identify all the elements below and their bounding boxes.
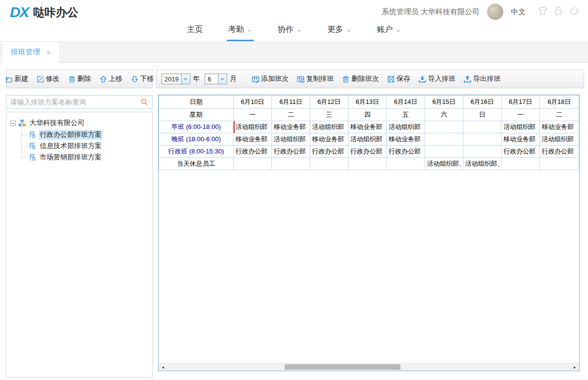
search-icon[interactable] (140, 98, 148, 106)
avatar[interactable] (487, 3, 504, 20)
button-label: 下移 (140, 75, 154, 83)
chevron-down-icon (296, 28, 302, 33)
schedule-cell[interactable]: 行政办公部 (348, 146, 387, 158)
app-window: DX 哒咔办公 系统管理员 大华科技有限公司 中文 主页考勤协作更多账户 排班管… (0, 0, 588, 380)
button-label: 删除 (78, 75, 91, 83)
schedule-cell[interactable] (310, 158, 348, 170)
schedule-cell[interactable]: 活动组织部 (348, 133, 387, 146)
collapse-expander-icon[interactable] (10, 121, 16, 126)
schedule-cell[interactable] (425, 133, 463, 146)
new-button[interactable]: 新建 (5, 75, 28, 83)
year-select[interactable]: 2019 (161, 74, 190, 84)
weekday-cell: 一 (234, 109, 272, 121)
schedule-cell[interactable] (502, 158, 540, 170)
nav-item-more[interactable]: 更多 (326, 21, 353, 41)
lock-icon[interactable] (553, 5, 564, 17)
schedule-cell[interactable]: 移动业务部 (272, 121, 310, 133)
export-icon (463, 75, 472, 83)
close-icon[interactable]: × (46, 48, 51, 56)
schedule-cell[interactable] (425, 121, 463, 133)
button-label: 添加班次 (261, 75, 289, 83)
schedule-cell[interactable] (463, 133, 502, 146)
search-input[interactable] (6, 96, 140, 108)
schedule-cell[interactable]: 行政办公部 (272, 146, 310, 158)
schedule-cell[interactable]: 活动组织部 (387, 121, 425, 133)
date-header-cell: 6月14日 (387, 96, 425, 109)
schedule-cell[interactable]: 行政办公部 (502, 146, 540, 158)
schedule-cell[interactable] (234, 158, 272, 170)
theme-icon[interactable] (537, 5, 549, 17)
copy-schedule-button[interactable]: 复制排班 (296, 75, 334, 83)
app-logo[interactable]: DX 哒咔办公 (10, 4, 79, 21)
nav-item-label: 更多 (327, 25, 343, 35)
schedule-cell[interactable] (463, 146, 502, 158)
schedule-cell[interactable]: 行政办公部 (387, 146, 425, 158)
schedule-cell[interactable]: 行政办公部 (234, 146, 272, 158)
schedule-cell[interactable]: 活动组织部 (502, 121, 540, 133)
import-schedule-button[interactable]: 导入排班 (418, 75, 455, 83)
schedule-cell[interactable]: 活动组织部 (540, 133, 579, 146)
schedule-cell[interactable]: 活动组织部 (310, 121, 348, 133)
schedule-cell[interactable]: 移动业务部 (540, 121, 579, 133)
schedule-cell[interactable]: 活动组织部 (272, 133, 310, 146)
date-header-cell: 6月13日 (348, 96, 387, 109)
scroll-left-arrow-icon[interactable]: ◂ (160, 363, 166, 371)
tree-root-company[interactable]: 大华科技有限公司 (10, 117, 148, 129)
chevron-down-icon (181, 74, 190, 84)
schedule-cell[interactable]: 活动组织部、 (425, 158, 463, 170)
button-label: 导入排班 (428, 75, 455, 83)
schedule-cell[interactable]: 移动业务部 (502, 133, 540, 146)
schedule-cell[interactable]: 移动业务部 (348, 121, 387, 133)
schedule-cell[interactable] (387, 158, 425, 170)
scroll-right-arrow-icon[interactable]: ▸ (571, 363, 578, 371)
user-info: 系统管理员 大华科技有限公司 (382, 7, 480, 17)
add-shift-button[interactable]: 添加班次 (251, 75, 289, 83)
header-action-icons (533, 5, 580, 19)
schedule-cell[interactable] (348, 158, 387, 170)
weekday-cell: 五 (387, 109, 425, 121)
delete-button[interactable]: 删除 (68, 75, 91, 83)
nav-item-label: 账户 (377, 25, 393, 35)
horizontal-scrollbar[interactable]: ◂ ▸ (159, 363, 579, 371)
language-switcher[interactable]: 中文 (511, 7, 526, 17)
table-row-dates: 日期6月10日6月11日6月12日6月13日6月14日6月15日6月16日6月1… (159, 96, 579, 109)
schedule-cell[interactable]: 行政办公部 (310, 146, 348, 158)
delete-shift-button[interactable]: 删除班次 (342, 75, 379, 83)
month-select[interactable]: 6 (205, 74, 227, 84)
move-up-button[interactable]: 上移 (99, 75, 123, 83)
nav-item-home[interactable]: 主页 (186, 21, 204, 41)
schedule-cell[interactable]: 移动业务部 (234, 133, 272, 146)
export-schedule-button[interactable]: 导出排班 (463, 75, 501, 83)
year-suffix: 年 (193, 75, 200, 83)
schedule-cell[interactable]: 活动组织部 (234, 121, 272, 133)
nav-item-attendance[interactable]: 考勤 (227, 21, 254, 41)
weekday-cell: 三 (310, 109, 348, 121)
tree-item-it-dept-plan[interactable]: 信息技术部排班方案 (28, 140, 148, 152)
schedule-cell[interactable] (425, 146, 463, 158)
date-header-cell: 6月15日 (425, 96, 463, 109)
nav-item-collaboration[interactable]: 协作 (276, 21, 303, 41)
button-label: 复制排班 (306, 75, 334, 83)
nav-item-account[interactable]: 账户 (375, 21, 402, 41)
schedule-cell[interactable] (540, 158, 579, 170)
tree-item-admin-office-plan[interactable]: 行政办公部排班方案 (28, 129, 148, 140)
move-down-button[interactable]: 下移 (131, 75, 154, 83)
scrollbar-thumb[interactable] (285, 364, 401, 370)
button-label: 导出排班 (473, 75, 501, 83)
table-add-icon (251, 75, 260, 83)
schedule-cell[interactable]: 活动组织部、 (463, 158, 502, 170)
schedule-cell[interactable]: 移动业务部 (310, 133, 348, 146)
tab-shift-management[interactable]: 排班管理× (1, 41, 60, 63)
save-button[interactable]: 保存 (387, 75, 410, 83)
chevron-down-icon (218, 74, 227, 84)
schedule-cell[interactable]: 移动业务部 (387, 133, 425, 146)
power-icon[interactable] (568, 5, 580, 17)
modify-button[interactable]: 修改 (36, 75, 60, 83)
tree-item-marketing-plan[interactable]: 市场营销部排班方案 (28, 152, 148, 163)
row-label-rest-employees: 当天休息员工 (159, 158, 234, 170)
schedule-cell[interactable] (272, 158, 310, 170)
schedule-table-container: 日期6月10日6月11日6月12日6月13日6月14日6月15日6月16日6月1… (158, 95, 580, 371)
schedule-cell[interactable]: 行政办公部 (540, 146, 579, 158)
tree-item-label: 行政办公部排班方案 (39, 130, 103, 140)
schedule-cell[interactable] (463, 121, 502, 133)
